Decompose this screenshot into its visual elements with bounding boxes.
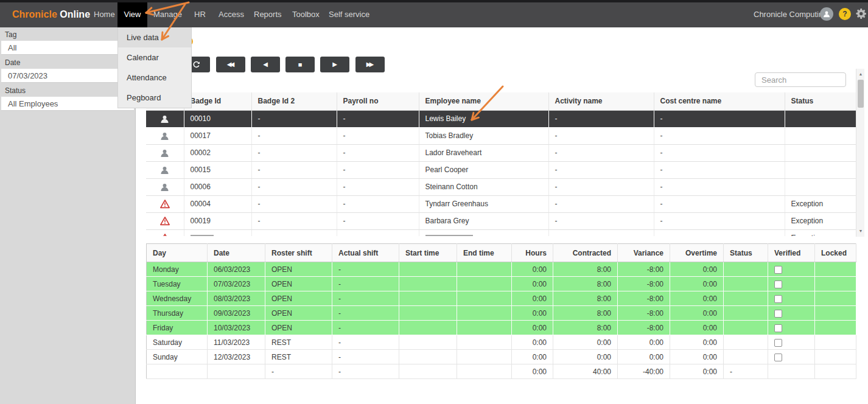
cell-activity: -: [548, 212, 654, 229]
roster-row[interactable]: --0:0040:00-40:000:00-: [147, 364, 856, 379]
nav-item-self-service[interactable]: Self service: [329, 0, 369, 27]
app-logo[interactable]: Chronicle Online: [12, 0, 90, 27]
col-variance[interactable]: Variance: [618, 244, 670, 262]
employee-row[interactable]: 00019--Barbara Grey--Exception: [146, 212, 856, 229]
scrollbar-thumb[interactable]: [858, 80, 864, 108]
cell-overtime: 0:00: [670, 335, 724, 350]
cell-actual_shift: -: [332, 291, 399, 306]
logo-chronicle: Chronicle: [12, 9, 57, 19]
col-badge-id2[interactable]: Badge Id 2: [251, 92, 337, 110]
verified-checkbox[interactable]: [774, 310, 782, 318]
scrollbar-down-icon[interactable]: ▼: [856, 227, 865, 235]
roster-row[interactable]: Thursday09/03/2023OPEN-0:008:00-8:000:00: [147, 306, 856, 321]
employee-row[interactable]: Exception: [146, 229, 856, 236]
cell-roster_shift: OPEN: [265, 262, 332, 277]
cell-badge_id: 00004: [184, 195, 251, 212]
cell-start_time: [399, 350, 457, 364]
search-input[interactable]: [755, 72, 846, 87]
nav-item-toolbox[interactable]: Toolbox: [292, 0, 320, 27]
employee-grid: Badge Id Badge Id 2 Payroll no Employee …: [146, 92, 856, 236]
nav-item-hr[interactable]: HR: [194, 0, 206, 27]
col-day[interactable]: Day: [147, 244, 208, 262]
cell-start_time: [399, 364, 457, 379]
col-roster-status[interactable]: Status: [724, 244, 768, 262]
col-employee-name[interactable]: Employee name: [419, 92, 548, 110]
nav-item-manage[interactable]: Manage: [153, 0, 182, 27]
col-payroll-no[interactable]: Payroll no: [337, 92, 419, 110]
nav-item-view[interactable]: View: [117, 0, 147, 27]
cell-verified: [768, 291, 815, 306]
col-locked[interactable]: Locked: [815, 244, 856, 262]
cell-roster_shift: REST: [265, 335, 332, 350]
verified-checkbox[interactable]: [774, 354, 782, 361]
col-activity-name[interactable]: Activity name: [548, 92, 654, 110]
previous-button[interactable]: ◀: [251, 57, 280, 72]
settings-gear-icon[interactable]: [855, 7, 867, 20]
cell-start_time: [399, 291, 457, 306]
skip-back-button[interactable]: ◀◀: [216, 57, 245, 72]
cell-status: [785, 127, 856, 144]
employee-row[interactable]: 00017--Tobias Bradley--: [146, 127, 856, 144]
cell-variance: 0:00: [618, 335, 670, 350]
verified-checkbox[interactable]: [774, 266, 782, 274]
date-filter-label: Date: [5, 58, 135, 67]
roster-row[interactable]: Friday10/03/2023OPEN-0:008:00-8:000:00: [147, 321, 856, 335]
cell-contracted: 0:00: [553, 350, 618, 364]
employee-row[interactable]: 00004--Tyndarr Greenhaus--Exception: [146, 195, 856, 212]
employee-row[interactable]: 00015--Pearl Cooper--: [146, 161, 856, 178]
verified-checkbox[interactable]: [774, 339, 782, 347]
col-actual-shift[interactable]: Actual shift: [332, 244, 399, 262]
col-cost-centre-name[interactable]: Cost centre name: [654, 92, 785, 110]
user-icon: [146, 110, 184, 127]
stop-button[interactable]: ■: [285, 57, 315, 72]
employee-row[interactable]: 00006--Steinann Cotton--: [146, 178, 856, 195]
col-date[interactable]: Date: [208, 244, 265, 262]
nav-item-home[interactable]: Home: [94, 0, 115, 27]
col-badge-id[interactable]: Badge Id: [184, 92, 251, 110]
cell-hours: 0:00: [512, 291, 553, 306]
status-filter[interactable]: All Employees: [1, 97, 134, 111]
roster-row[interactable]: Monday06/03/2023OPEN-0:008:00-8:000:00: [147, 262, 856, 277]
cell-overtime: 0:00: [670, 291, 724, 306]
cell-date: 10/03/2023: [208, 321, 265, 335]
cell-day: Monday: [147, 262, 208, 277]
col-roster-shift[interactable]: Roster shift: [265, 244, 332, 262]
nav-item-reports[interactable]: Reports: [254, 0, 282, 27]
next-button[interactable]: ▶: [320, 57, 349, 72]
menu-item-attendance[interactable]: Attendance: [118, 68, 191, 88]
col-hours[interactable]: Hours: [512, 244, 553, 262]
col-overtime[interactable]: Overtime: [670, 244, 724, 262]
scrollbar-up-icon[interactable]: ▲: [856, 70, 865, 78]
skip-forward-button[interactable]: ▶▶: [355, 57, 385, 72]
help-icon[interactable]: ?: [839, 8, 851, 20]
roster-row[interactable]: Tuesday07/03/2023OPEN-0:008:00-8:000:00: [147, 277, 856, 291]
menu-item-calendar[interactable]: Calendar: [118, 47, 191, 68]
cell-overtime: 0:00: [670, 262, 724, 277]
roster-row[interactable]: Sunday12/03/2023REST-0:000:000:000:00: [147, 350, 856, 364]
nav-item-access[interactable]: Access: [219, 0, 244, 27]
verified-checkbox[interactable]: [774, 295, 782, 303]
menu-item-live-data[interactable]: Live data: [118, 27, 191, 47]
employee-table-body: 00010--Lewis Bailey--00017--Tobias Bradl…: [146, 110, 856, 236]
user-avatar-icon[interactable]: [820, 7, 833, 21]
date-filter[interactable]: 07/03/2023: [1, 69, 134, 83]
col-verified[interactable]: Verified: [768, 244, 815, 262]
employee-row[interactable]: 00010--Lewis Bailey--: [146, 110, 856, 127]
cell-badge_id: 00019: [184, 212, 251, 229]
cell-name: Barbara Grey: [419, 212, 548, 229]
col-end-time[interactable]: End time: [457, 244, 512, 262]
employee-row[interactable]: 00002--Lador Braveheart--: [146, 144, 856, 161]
roster-row[interactable]: Saturday11/03/2023REST-0:000:000:000:00: [147, 335, 856, 350]
verified-checkbox[interactable]: [774, 324, 782, 332]
cell-status: [724, 335, 768, 350]
cell-name: Tyndarr Greenhaus: [419, 195, 548, 212]
col-status[interactable]: Status: [785, 92, 856, 110]
col-start-time[interactable]: Start time: [399, 244, 457, 262]
roster-row[interactable]: Wednesday08/03/2023OPEN-0:008:00-8:000:0…: [147, 291, 856, 306]
verified-checkbox[interactable]: [774, 280, 782, 288]
grid-scrollbar[interactable]: ▲ ▼: [856, 69, 864, 237]
menu-item-pegboard[interactable]: Pegboard: [118, 88, 191, 108]
tag-filter[interactable]: All: [1, 41, 134, 55]
cell-status: [785, 161, 856, 178]
col-contracted[interactable]: Contracted: [553, 244, 618, 262]
